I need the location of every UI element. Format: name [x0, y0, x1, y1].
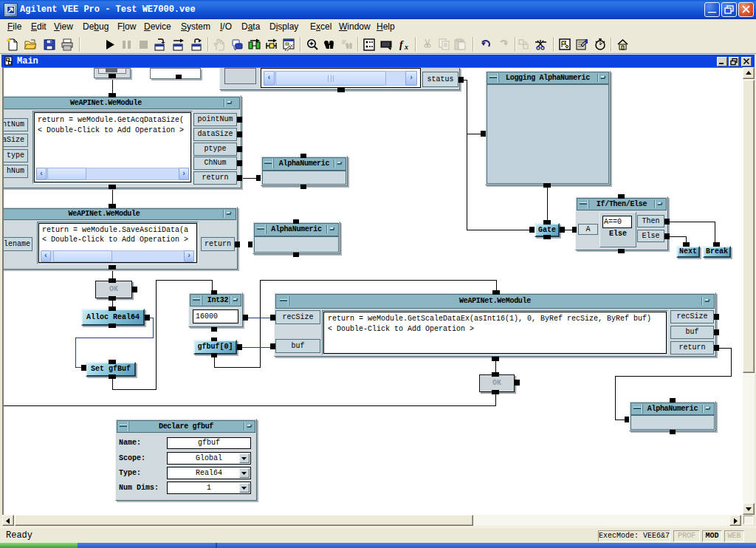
svg-text:x: x: [404, 43, 408, 51]
svg-text:f: f: [399, 39, 404, 50]
